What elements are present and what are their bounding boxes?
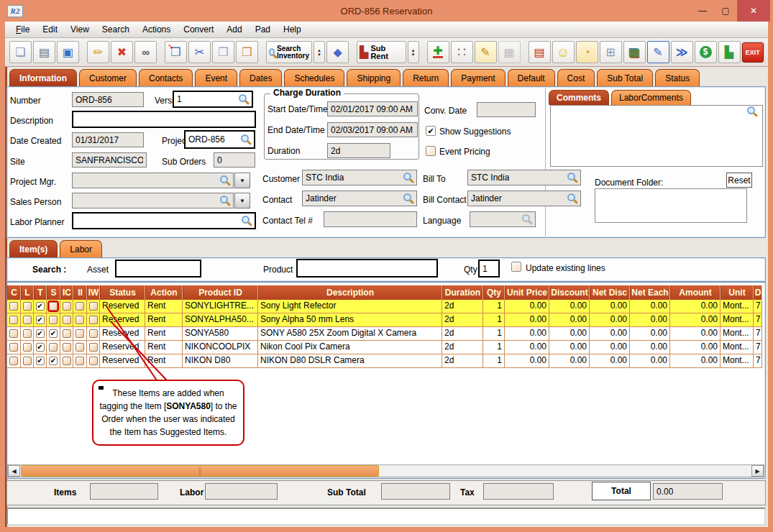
row-checkbox-l[interactable] xyxy=(23,316,32,324)
description-field[interactable] xyxy=(72,111,256,128)
end-date-field[interactable]: 02/03/2017 09:00 AM xyxy=(327,122,418,137)
event-pricing-checkbox[interactable] xyxy=(426,146,436,156)
reset-button[interactable]: Reset xyxy=(726,173,752,188)
tab-cost[interactable]: Cost xyxy=(557,69,595,86)
row-checkbox-ii[interactable] xyxy=(76,302,84,311)
row-checkbox-s[interactable] xyxy=(49,302,58,311)
smiley-icon[interactable]: ☺ xyxy=(552,41,575,63)
row-checkbox-l[interactable] xyxy=(23,329,32,338)
row-checkbox-t[interactable]: ✔ xyxy=(36,329,45,338)
row-checkbox-ic[interactable] xyxy=(63,302,71,311)
menu-view[interactable]: View xyxy=(64,22,96,38)
keyboard-icon[interactable]: ⊞ xyxy=(600,41,622,63)
tab-event[interactable]: Event xyxy=(195,69,237,86)
table-row[interactable]: ✔ReservedRentSONYLIGHTRE...Sony Light Re… xyxy=(7,300,762,313)
column-header-status[interactable]: Status xyxy=(100,285,145,300)
bill-contact-field[interactable]: Jatinder xyxy=(467,191,581,206)
tab-status[interactable]: Status xyxy=(655,69,700,86)
notes-edit-icon[interactable]: ✎ xyxy=(647,41,669,63)
menu-convert[interactable]: Convert xyxy=(177,22,220,38)
sub-orders-field[interactable]: 0 xyxy=(214,152,255,168)
customer-lookup-icon[interactable] xyxy=(403,173,411,180)
update-existing-lines-checkbox[interactable] xyxy=(511,262,521,272)
copy-to-order-icon[interactable]: ❐ xyxy=(165,41,187,63)
column-header-action[interactable]: Action xyxy=(145,285,183,300)
row-checkbox-ii[interactable] xyxy=(76,329,84,338)
horizontal-scrollbar[interactable]: ◀ ║ ▶ xyxy=(7,464,764,477)
row-checkbox-ic[interactable] xyxy=(63,343,71,352)
row-checkbox-t[interactable]: ✔ xyxy=(36,302,45,311)
tab-contacts[interactable]: Contacts xyxy=(139,69,193,86)
tab-laborcomments[interactable]: LaborComments xyxy=(611,90,691,105)
bill-contact-lookup-icon[interactable] xyxy=(567,193,575,201)
row-checkbox-ic[interactable] xyxy=(63,316,71,324)
org-chart-icon[interactable]: ▤ xyxy=(529,41,551,63)
duration-field[interactable]: 2d xyxy=(327,143,390,158)
row-checkbox-c[interactable] xyxy=(9,302,18,311)
menu-pad[interactable]: Pad xyxy=(249,22,277,38)
exit-button[interactable]: EXIT xyxy=(742,42,764,63)
column-header-net-disc[interactable]: Net Disc xyxy=(590,285,630,300)
menu-add[interactable]: Add xyxy=(220,22,248,38)
row-checkbox-s[interactable]: ✔ xyxy=(49,357,58,365)
column-header-ic[interactable]: IC xyxy=(60,285,73,300)
project-mgr-dropdown[interactable]: ▼ xyxy=(234,173,250,188)
tab-labor[interactable]: Labor xyxy=(60,240,102,257)
dollar-note-icon[interactable]: $ xyxy=(695,41,717,63)
row-checkbox-t[interactable]: ✔ xyxy=(36,357,45,365)
cut-icon[interactable]: ✂ xyxy=(188,41,211,63)
comments-textarea[interactable] xyxy=(550,105,763,167)
table-row[interactable]: ✔✔ReservedRentSONYA580SONY A580 25X Zoom… xyxy=(7,327,762,341)
tab-sub-total[interactable]: Sub Total xyxy=(597,69,653,86)
tab-return[interactable]: Return xyxy=(403,69,449,86)
tab-payment[interactable]: Payment xyxy=(451,69,505,86)
sub-rent-button[interactable]: ▙Sub Rent xyxy=(357,41,406,63)
column-header-s[interactable]: S xyxy=(47,285,60,300)
column-header-qty[interactable]: Qty xyxy=(483,285,505,300)
column-header-discount[interactable]: Discount xyxy=(549,285,590,300)
menu-file[interactable]: File xyxy=(9,22,36,38)
row-checkbox-l[interactable] xyxy=(23,343,32,352)
qty-input[interactable]: 1 xyxy=(478,260,500,278)
truck-icon[interactable]: ▙ xyxy=(718,41,741,63)
column-header-unit[interactable]: Unit xyxy=(721,285,754,300)
column-header-duration[interactable]: Duration xyxy=(442,285,483,300)
conv-date-field[interactable] xyxy=(477,102,536,117)
column-header-unit-price[interactable]: Unit Price xyxy=(505,285,549,300)
contact-lookup-icon[interactable] xyxy=(403,193,411,201)
column-header-ii[interactable]: II xyxy=(73,285,87,300)
tab-information[interactable]: Information xyxy=(9,69,77,86)
row-checkbox-ii[interactable] xyxy=(76,357,84,365)
edit-pencil-icon[interactable]: ✏ xyxy=(87,41,109,63)
row-checkbox-ii[interactable] xyxy=(76,316,84,324)
row-checkbox-iw[interactable] xyxy=(89,329,98,338)
row-checkbox-c[interactable] xyxy=(9,316,18,324)
row-checkbox-s[interactable] xyxy=(49,316,58,324)
tab-shipping[interactable]: Shipping xyxy=(347,69,401,86)
spinner-buttons[interactable]: ▲ ▼ xyxy=(314,41,325,63)
product-input[interactable] xyxy=(296,259,438,278)
site-field[interactable]: SANFRANCISCO xyxy=(72,152,147,168)
row-checkbox-iw[interactable] xyxy=(89,343,98,352)
tab-dates[interactable]: Dates xyxy=(239,69,282,86)
version-field[interactable]: 1 xyxy=(173,91,253,108)
item-3d-icon[interactable]: ◆ xyxy=(326,41,349,63)
customer-field[interactable]: STC India xyxy=(302,170,417,185)
search-inventory-button[interactable]: Search Inventory xyxy=(266,41,312,63)
row-checkbox-iw[interactable] xyxy=(89,316,98,324)
labor-planner-lookup-icon[interactable] xyxy=(242,216,250,224)
comments-lookup-icon[interactable] xyxy=(747,106,755,114)
project-mgr-field[interactable] xyxy=(72,173,234,188)
sales-person-lookup-icon[interactable] xyxy=(220,196,228,203)
column-header-description[interactable]: Description xyxy=(258,285,442,300)
tab-comments[interactable]: Comments xyxy=(549,90,609,105)
column-header-iw[interactable]: IW xyxy=(87,285,100,300)
row-checkbox-l[interactable] xyxy=(23,357,32,365)
row-checkbox-iw[interactable] xyxy=(89,357,98,365)
start-date-field[interactable]: 02/01/2017 09:00 AM xyxy=(327,101,418,116)
delete-icon[interactable]: ✖ xyxy=(111,41,133,63)
language-field[interactable] xyxy=(470,211,536,227)
project-field[interactable]: ORD-856 xyxy=(184,130,255,149)
find-binoculars-icon[interactable]: ∞ xyxy=(134,41,157,63)
folder-time-icon[interactable]: ◔ xyxy=(576,41,598,63)
